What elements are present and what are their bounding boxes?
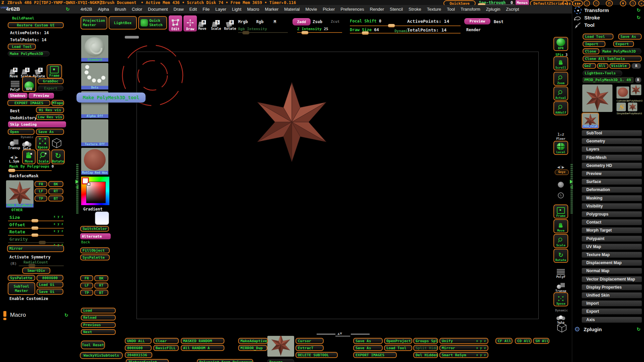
lp-undo-history-label[interactable]: UndoHistory [10, 116, 37, 120]
lp-load-tool-button[interactable]: Load Tool [8, 44, 36, 50]
lp-solo-button[interactable]: Solo [21, 138, 33, 151]
bottom-cf-all[interactable]: CF All [495, 338, 513, 344]
rp-all-button[interactable]: All [597, 63, 608, 69]
rp-goz-button[interactable]: GoZ [583, 63, 596, 69]
rshelf-frame-12[interactable]: Frame [553, 204, 568, 219]
subpalette-texture-map[interactable]: Texture Map [582, 252, 642, 258]
lp-hi-res-button[interactable]: Hi Res vis [36, 107, 64, 113]
mid-nav-reload[interactable]: Reload [81, 315, 116, 320]
lp-grabdoc-button[interactable]: GrabDoc [38, 78, 64, 84]
rgb-intensity-slider-label[interactable]: Rgb Intensity [238, 27, 267, 31]
bottom-zspherescript[interactable]: ZSphereScript [126, 359, 169, 362]
menu-macro[interactable]: Macro [247, 7, 259, 12]
tool-reset-button[interactable]: Tool Reset [81, 341, 105, 349]
subpalette-fibermesh[interactable]: FiberMesh [582, 155, 642, 161]
lp-low-res-button[interactable]: Low Res vis [36, 114, 64, 120]
bottom-clear[interactable]: Clear [153, 338, 179, 344]
bottom-groups-split[interactable]: Groups Split [413, 338, 438, 344]
mid-nav-previous[interactable]: Previous [81, 322, 116, 328]
slider-size-xyz[interactable]: x y z [54, 215, 63, 218]
slider-rotate-label[interactable]: Rotate [9, 229, 25, 234]
zplugin-refresh-icon[interactable]: ↻ [637, 326, 641, 332]
bottom-polypaint-from-polygroups[interactable]: Polypaint From Polygroups [197, 359, 253, 362]
rp-save-as-button[interactable]: Save As [618, 34, 642, 40]
lp-resolution-button[interactable]: 800X600 [37, 275, 63, 281]
subpalette-uv-map[interactable]: UV Map [582, 244, 642, 250]
slider-offset-handle[interactable] [31, 226, 39, 230]
lp-view-fr[interactable]: FR [35, 181, 47, 187]
rp-selected-tool-thumbnail[interactable]: PM3D_PolyM [582, 113, 598, 128]
slider-size-handle[interactable] [31, 219, 39, 223]
lp-syspalette-button[interactable]: SysPalette [8, 275, 35, 281]
smartdiv-button[interactable]: SmartDiv [22, 267, 50, 274]
menu-alpha[interactable]: Alpha [98, 7, 109, 12]
render-button[interactable]: Render [466, 27, 481, 32]
menu-render[interactable]: Render [370, 7, 384, 12]
lp-view-tp[interactable]: TP [35, 195, 47, 201]
mid-view-tp[interactable]: TP [80, 290, 93, 296]
lp-move-green-button[interactable]: Move [22, 149, 36, 164]
palette-tab-zplugin[interactable]: Zplugin [584, 326, 602, 332]
menu-edit[interactable]: Edit [190, 7, 197, 12]
macro-refresh-icon[interactable]: ↻ [64, 312, 68, 318]
menu-transform[interactable]: Transform [461, 7, 480, 12]
bottom-openproject[interactable]: OpenProject [384, 338, 412, 344]
bottom-xyz-toggle[interactable]: x y z [476, 347, 486, 350]
rp-recent-tool-star1[interactable] [631, 84, 641, 95]
rp-recent-tool-simplebrush[interactable]: S [616, 103, 626, 111]
lp-ghost-cube-icon[interactable] [51, 137, 62, 149]
subpalette-morph-target[interactable]: Morph Target [582, 227, 642, 233]
subpalette-polypaint[interactable]: Polypaint [582, 236, 642, 242]
rshelf-aahalf-5[interactable]: AAHalf [553, 101, 568, 115]
rp-r-button[interactable]: R [632, 63, 641, 69]
fill-object-button[interactable]: FillObject [80, 247, 110, 253]
subpalette-masking[interactable]: Masking [582, 195, 642, 201]
lp-view-rt[interactable]: RT [48, 188, 63, 194]
m-button[interactable]: M [274, 19, 276, 24]
back-label[interactable]: Back [81, 240, 90, 244]
lp-frame-button[interactable]: Frame [47, 64, 62, 78]
bottom-basicfill[interactable]: BasicFILL [153, 345, 179, 351]
z-intensity-slider-label[interactable]: Z Intensity 25 [297, 27, 328, 31]
bottom-save-as[interactable]: Save As [353, 338, 383, 344]
radial-toggle[interactable]: (R) [10, 261, 17, 266]
slider-rotate-handle[interactable] [31, 233, 39, 237]
lock-icon[interactable]: ⊓ [606, 0, 613, 6]
bottom-rename[interactable]: Rename [267, 359, 294, 362]
rp-make-polymesh3d-button[interactable]: Make PolyMesh3D [600, 48, 641, 54]
lightbox-button[interactable]: LightBox [109, 16, 137, 29]
mrgb-button[interactable]: Mrgb [238, 19, 248, 24]
rshelf-persp-10[interactable] [553, 179, 568, 188]
menu-preferences[interactable]: Preferences [340, 7, 364, 12]
divider-right-arrow[interactable] [570, 180, 573, 184]
rp-lightbox-tools-button[interactable]: Lightbox▸Tools [583, 70, 622, 76]
lp-shadows-button[interactable]: Shadows [8, 93, 28, 99]
canvas-pager-dash-right[interactable] [351, 334, 370, 335]
menu-tool[interactable]: Tool [447, 7, 455, 12]
lp-skip-loading-button[interactable]: Skip Loading [8, 121, 66, 127]
draw-size-handle[interactable] [362, 31, 369, 35]
canvas-pager-arrows[interactable]: ▲▼ [337, 332, 342, 335]
bottom-xyz-toggle[interactable]: x y z [476, 354, 486, 357]
subpalette-axis[interactable]: Axis [582, 317, 642, 323]
palette-tab-stroke[interactable]: Stroke [584, 15, 600, 20]
stroke-refresh-icon[interactable]: ↻ [637, 15, 641, 20]
shelf-move-button[interactable]: M Move [196, 17, 208, 31]
canvas-size-handle[interactable] [125, 36, 139, 39]
zsub-button[interactable]: Zsub [313, 19, 322, 24]
lp-open-button[interactable]: Open [8, 129, 35, 135]
radial-count-track[interactable] [19, 265, 64, 266]
mid-syspalette-button[interactable]: SysPalette [80, 254, 110, 260]
bottom-makeadaptive[interactable]: MakeAdaptive [238, 338, 268, 344]
z-intensity-handle[interactable] [301, 31, 309, 35]
bottom-mirror-dup[interactable]: MIRROR_Dup [238, 345, 267, 351]
palette-tab-tool[interactable]: Tool [584, 22, 595, 28]
lp-preview-button[interactable]: Preview [29, 93, 54, 99]
lp-lsym-button[interactable]: ◀┊▶ L.Sym [7, 152, 21, 164]
bottom-load-tool[interactable]: Load Tool [384, 345, 412, 351]
bottom-xyz-toggle[interactable]: x y z [476, 340, 486, 343]
divider-left-arrow-right[interactable] [75, 180, 78, 184]
rshelf-transp-17[interactable]: Transp [553, 279, 568, 293]
texture-thumbnail[interactable]: Texture Off [81, 119, 108, 146]
lp-bpr-button[interactable]: BPR [22, 76, 36, 92]
